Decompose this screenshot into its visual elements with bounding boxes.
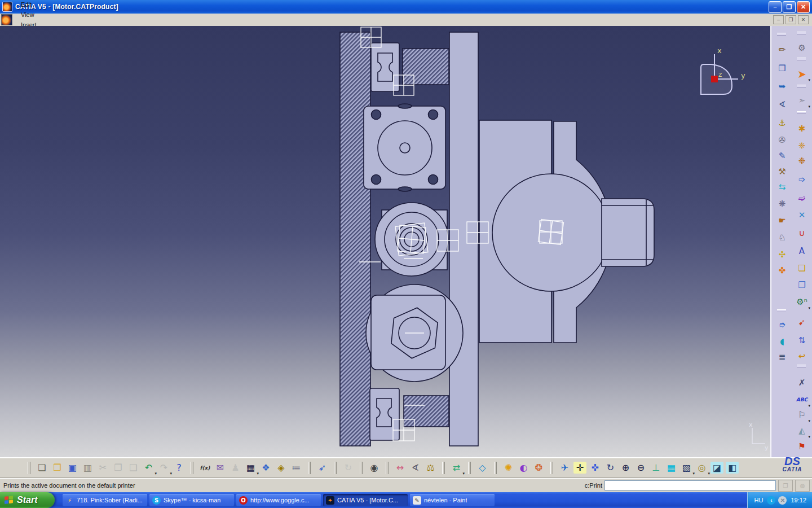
gears-button[interactable]: ⚙ xyxy=(794,41,810,55)
minimize-button[interactable]: – xyxy=(769,1,782,13)
cad-canvas[interactable]: x y z x y xyxy=(0,26,770,457)
render-material-button[interactable]: ✺ xyxy=(501,461,516,475)
cube-move-button[interactable]: ➹ xyxy=(794,315,810,330)
zoom-in-button[interactable]: ⊕ xyxy=(618,461,633,475)
clock[interactable]: 19:12 xyxy=(791,497,806,503)
pan-button[interactable]: ✜ xyxy=(588,461,603,475)
toolbar-handle[interactable] xyxy=(777,309,786,312)
eraser-button[interactable]: ◇ xyxy=(475,461,490,475)
swap-space-button[interactable]: ◧ xyxy=(725,461,740,475)
leader-flag-button[interactable]: ⚐▾ xyxy=(794,408,810,422)
toolbar-handle[interactable] xyxy=(797,111,806,114)
whats-this-button[interactable]: ? xyxy=(171,461,187,475)
export-arrow-button[interactable]: ➩ xyxy=(794,172,810,187)
measure-item-button[interactable]: ∢ xyxy=(408,461,423,475)
render-style-button[interactable]: ◎▾ xyxy=(694,461,709,475)
toolbar-handle[interactable] xyxy=(797,58,806,60)
explode-button[interactable]: ✣ xyxy=(774,247,790,262)
multi-view-button[interactable]: ▦ xyxy=(664,461,679,475)
msn-tray-icon[interactable]: ✕ xyxy=(778,496,787,505)
design-table-button[interactable]: ▦▾ xyxy=(243,461,258,475)
save-button[interactable]: ▣ xyxy=(65,461,80,475)
paste-button[interactable]: ❑ xyxy=(126,461,141,475)
text-frame-button[interactable]: A xyxy=(794,244,810,259)
hide-show-button[interactable]: ◪ xyxy=(709,461,725,475)
globe-mini-button[interactable]: ◍ xyxy=(795,480,810,492)
skype-tray-icon[interactable]: ‹ xyxy=(767,496,775,505)
toolbar-handle[interactable] xyxy=(468,462,471,474)
menu-view[interactable]: View xyxy=(16,10,73,20)
gear-n-button[interactable]: ⚙ⁿ▾ xyxy=(794,295,810,309)
camera-button[interactable]: ◉ xyxy=(367,461,382,475)
product-box-button[interactable]: ❒ xyxy=(774,61,790,76)
task-radio[interactable]: ⚡718. Pink:Sober (Radi... xyxy=(63,494,147,506)
sectioning-button[interactable]: ◭▾ xyxy=(794,423,810,438)
angle-measure-button[interactable]: ∢ xyxy=(774,97,790,112)
toolbar-handle[interactable] xyxy=(191,462,193,474)
iso-view-button[interactable]: ▧▾ xyxy=(679,461,694,475)
toolbar-handle[interactable] xyxy=(797,365,806,367)
zoom-out-button[interactable]: ⊖ xyxy=(633,461,648,475)
doc-gear-button[interactable]: ❈ xyxy=(794,138,810,153)
mdi-minimize-button[interactable]: – xyxy=(773,15,784,24)
paste-parts-button[interactable]: ✕ xyxy=(794,208,810,222)
dropdown-arrow-icon[interactable]: ▾ xyxy=(808,419,810,423)
equation-list-button[interactable]: ≔ xyxy=(289,461,304,475)
import-gear-button[interactable]: ➫ xyxy=(794,191,810,205)
task-opera[interactable]: Ohttp://www.goggle.c... xyxy=(236,494,321,506)
apply-material-button[interactable]: ❂ xyxy=(531,461,546,475)
compass-origin[interactable] xyxy=(711,76,718,82)
command-input[interactable] xyxy=(604,480,776,491)
abc-annotation-button[interactable]: ABC▾ xyxy=(794,392,810,407)
gear-network-button[interactable]: ❋ xyxy=(774,196,790,211)
cut-button[interactable]: ✂ xyxy=(95,461,111,475)
close-button[interactable]: ✕ xyxy=(797,1,810,13)
toolbar-handle[interactable] xyxy=(797,32,806,34)
tree-list-button[interactable]: ≣ xyxy=(774,350,790,365)
dropdown-arrow-icon[interactable]: ▾ xyxy=(808,78,810,82)
toolbar-handle[interactable] xyxy=(777,33,786,36)
dropdown-arrow-icon[interactable]: ▾ xyxy=(808,306,810,310)
undo-button[interactable]: ↶▾ xyxy=(141,461,156,475)
knowledge-button[interactable]: ♟ xyxy=(228,461,243,475)
structure-button[interactable]: ❖ xyxy=(258,461,273,475)
formula-button[interactable]: f(x) xyxy=(197,461,213,475)
isolate-box-button[interactable]: ➮ xyxy=(774,317,790,332)
menu-edit[interactable]: Edit xyxy=(16,0,73,10)
mdi-close-button[interactable]: ✕ xyxy=(798,15,809,24)
copy-button[interactable]: ❐ xyxy=(111,461,126,475)
fit-all-in-button[interactable]: ✛ xyxy=(572,461,588,475)
restore-button[interactable]: ❐ xyxy=(783,1,796,13)
redo-button[interactable]: ↷▾ xyxy=(156,461,171,475)
toolbar-handle[interactable] xyxy=(308,462,311,474)
toolbar-handle[interactable] xyxy=(28,462,30,474)
doc-list-button[interactable]: ❏ xyxy=(794,261,810,275)
open-button[interactable]: ❒ xyxy=(50,461,65,475)
toolbar-handle[interactable] xyxy=(494,462,497,474)
dropdown-arrow-icon[interactable]: ▾ xyxy=(462,472,465,476)
doc-gear-blue-button[interactable]: ❐ xyxy=(794,278,810,292)
stamp-button[interactable]: ⚑ xyxy=(794,439,810,454)
normal-view-button[interactable]: ⊥ xyxy=(648,461,664,475)
toolbar-handle[interactable] xyxy=(386,462,389,474)
swap-arrows-button[interactable]: ⇆ xyxy=(774,179,790,194)
gear-cursor-button[interactable]: ➣▾ xyxy=(794,93,810,108)
shell-section-button[interactable]: ◖ xyxy=(774,334,790,349)
dropdown-arrow-icon[interactable]: ▾ xyxy=(808,435,810,439)
toolbar-handle[interactable] xyxy=(334,462,337,474)
comment-button[interactable]: ✉ xyxy=(213,461,228,475)
lock-button[interactable]: ◈ xyxy=(273,461,289,475)
fly-insect-button[interactable]: ✤ xyxy=(774,263,790,278)
view-compass[interactable]: x y z xyxy=(701,46,745,94)
spiral-button[interactable]: ↻ xyxy=(341,461,356,475)
task-paint[interactable]: ✎névtelen - Paint xyxy=(410,494,495,506)
toolbar-handle[interactable] xyxy=(360,462,363,474)
doc-gear-2-button[interactable]: ❉ xyxy=(794,154,810,168)
magnet-button[interactable]: ∪ xyxy=(794,226,810,240)
move-truck-button[interactable]: ➥ xyxy=(774,79,790,94)
cad-model[interactable] xyxy=(340,32,654,446)
new-document-button[interactable]: ❏ xyxy=(34,461,50,475)
toolbar-handle[interactable] xyxy=(797,85,806,87)
assembly-cycle-button[interactable]: ⇅ xyxy=(794,333,810,348)
inertia-button[interactable]: ⚖ xyxy=(423,461,438,475)
